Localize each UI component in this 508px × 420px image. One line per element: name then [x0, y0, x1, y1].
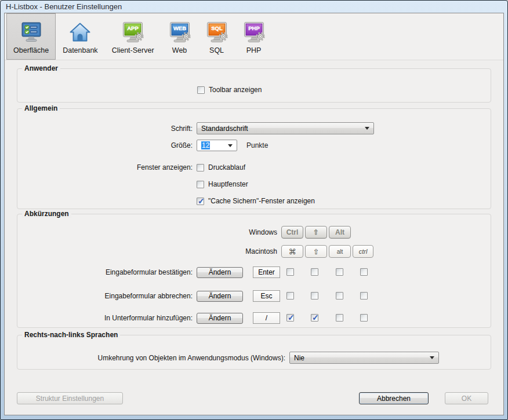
tab-php[interactable]: PHP PHP [235, 13, 273, 60]
hinzufuegen-label: In Unterformular hinzufügen: [17, 314, 193, 322]
group-title: Anwender [22, 64, 60, 72]
druckablauf-checkbox[interactable] [197, 164, 204, 171]
dialog-content: Oberfläche Datenbank APP Client-Server [4, 13, 504, 415]
tab-label: PHP [246, 46, 262, 54]
aendern-button[interactable]: Ändern [197, 313, 243, 324]
checkbox-label: Druckablauf [208, 163, 245, 171]
tab-label: SQL [209, 46, 224, 54]
tab-label: Datenbank [63, 46, 97, 54]
modifier-checkbox[interactable] [286, 292, 294, 300]
tab-oberflaeche[interactable]: Oberfläche [6, 13, 56, 60]
groesse-label: Größe: [17, 141, 193, 149]
bestaetigen-label: Eingabeformular bestätigen: [17, 268, 193, 276]
window-title: H-Listbox - Benutzer Einstellungen [6, 2, 122, 11]
aendern-button[interactable]: Ändern [197, 291, 243, 302]
svg-text:SQL: SQL [211, 25, 223, 31]
group-title: Allgemein [22, 104, 60, 112]
svg-text:PHP: PHP [248, 25, 260, 31]
fenster-anzeigen-label: Fenster anzeigen: [17, 163, 193, 171]
group-allgemein: Allgemein Schrift: Standardschrift Größe… [17, 108, 491, 209]
abbrechen-button[interactable]: Abbrechen [359, 392, 429, 404]
group-anwender: Anwender Toolbar anzeigen [17, 68, 491, 103]
windows-label: Windows [17, 228, 277, 236]
tab-label: Oberfläche [13, 46, 49, 54]
alt-key-cap: Alt [329, 226, 351, 239]
modifier-checkbox[interactable] [360, 268, 368, 276]
tab-label: Client-Server [112, 46, 154, 54]
modifier-checkbox[interactable] [311, 314, 318, 322]
settings-dialog: H-Listbox - Benutzer Einstellungen [0, 0, 508, 420]
modifier-checkbox[interactable] [286, 314, 294, 322]
tab-sql[interactable]: SQL SQL [198, 13, 235, 60]
checkbox-label: Hauptfenster [208, 180, 248, 188]
monitor-ui-icon [20, 21, 43, 43]
modifier-checkbox[interactable] [360, 314, 368, 322]
group-title: Abkürzungen [22, 210, 71, 218]
option-key-cap: alt [329, 245, 351, 258]
modifier-checkbox[interactable] [360, 292, 368, 300]
toolbar-anzeigen-checkbox[interactable] [197, 86, 205, 94]
group-title: Rechts-nach-links Sprachen [22, 331, 120, 339]
umkehrung-select[interactable]: Nie [289, 352, 439, 364]
modifier-checkbox[interactable] [311, 268, 318, 276]
punkte-label: Punkte [246, 141, 268, 149]
settings-category-toolbar: Oberfläche Datenbank APP Client-Server [5, 13, 503, 60]
modifier-checkbox[interactable] [336, 292, 343, 300]
struktur-einstellungen-button[interactable]: Struktur Einstellungen [17, 392, 123, 404]
modifier-checkbox[interactable] [311, 292, 318, 300]
titlebar[interactable]: H-Listbox - Benutzer Einstellungen [1, 1, 507, 13]
umkehrung-label: Umkehrung von Objekten im Anwendungsmodu… [17, 354, 285, 362]
schrift-value: Standardschrift [201, 125, 248, 133]
hauptfenster-checkbox[interactable] [197, 181, 204, 188]
checkbox-label: "Cache Sichern"-Fenster anzeigen [208, 197, 315, 205]
shift-key-cap: ⇧ [305, 245, 327, 258]
app-monitor-gear-icon: APP [121, 21, 144, 43]
schrift-label: Schrift: [17, 125, 193, 133]
schrift-select[interactable]: Standardschrift [197, 122, 374, 134]
shortcut-key-display: Esc [253, 290, 280, 302]
ctrl-key-cap: Ctrl [281, 226, 303, 239]
svg-text:APP: APP [127, 25, 139, 31]
php-monitor-gear-icon: PHP [242, 21, 266, 43]
group-abkuerzungen: Abkürzungen Windows Ctrl ⇧ Alt Macintosh… [17, 214, 491, 328]
tab-web[interactable]: WEB Web [161, 13, 198, 60]
ok-button[interactable]: OK [445, 392, 488, 404]
sql-monitor-gear-icon: SQL [205, 21, 228, 43]
cache-sichern-checkbox[interactable] [197, 198, 204, 205]
shortcut-key-display: / [253, 312, 280, 324]
svg-text:WEB: WEB [173, 25, 186, 31]
modifier-checkbox[interactable] [336, 314, 343, 322]
abbrechen-label: Eingabeformular abbrechen: [17, 292, 193, 300]
ctrl-key-cap: ctrl [353, 245, 373, 258]
shortcut-key-display: Enter [253, 266, 280, 278]
macintosh-label: Macintosh [17, 247, 277, 255]
aendern-button[interactable]: Ändern [197, 267, 243, 278]
tab-datenbank[interactable]: Datenbank [56, 13, 104, 60]
shift-key-cap: ⇧ [305, 226, 327, 239]
command-key-cap: ⌘ [281, 245, 303, 258]
group-rtl-sprachen: Rechts-nach-links Sprachen Umkehrung von… [17, 335, 491, 370]
groesse-value: 12 [201, 141, 210, 149]
checkbox-label: Toolbar anzeigen [209, 86, 262, 94]
modifier-checkbox[interactable] [286, 268, 294, 276]
home-icon [68, 21, 92, 43]
groesse-select[interactable]: 12 [197, 140, 237, 151]
tab-label: Web [172, 46, 187, 54]
tab-client-server[interactable]: APP Client-Server [105, 13, 161, 60]
modifier-checkbox[interactable] [336, 268, 343, 276]
web-monitor-gear-icon: WEB [168, 21, 191, 43]
umkehrung-value: Nie [294, 354, 304, 362]
